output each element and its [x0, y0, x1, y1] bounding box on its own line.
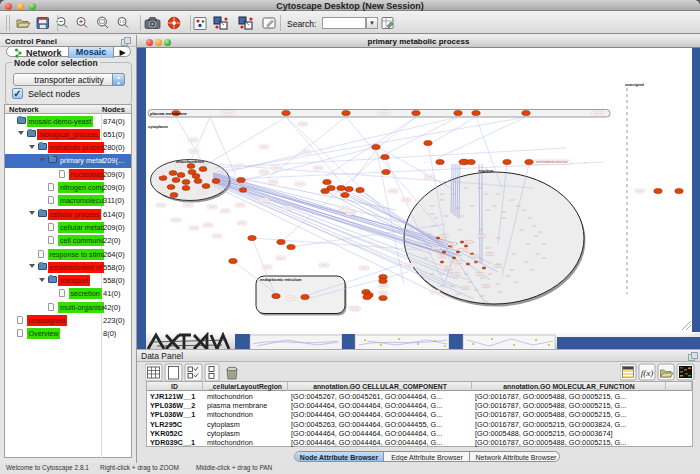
svg-text:plasma membrane: plasma membrane: [150, 111, 187, 116]
svg-text:1:1: 1:1: [119, 19, 125, 24]
svg-text:...: ...: [449, 164, 451, 167]
svg-text:f(x): f(x): [641, 368, 654, 378]
svg-text:...: ...: [497, 156, 499, 159]
svg-text:nucleus: nucleus: [478, 168, 494, 173]
svg-text:cytoplasm: cytoplasm: [148, 124, 168, 129]
svg-text:mitochondrion/nucleus/cyto: mitochondrion/nucleus/cyto: [536, 160, 568, 164]
svg-text:...: ...: [584, 161, 586, 164]
svg-text:mitochondrion: mitochondrion: [176, 159, 205, 164]
svg-text:unassigned: unassigned: [625, 83, 644, 87]
svg-text:...: ...: [424, 161, 426, 164]
svg-text:...: ...: [488, 160, 490, 163]
svg-text:endoplasmic reticulum: endoplasmic reticulum: [260, 278, 302, 282]
